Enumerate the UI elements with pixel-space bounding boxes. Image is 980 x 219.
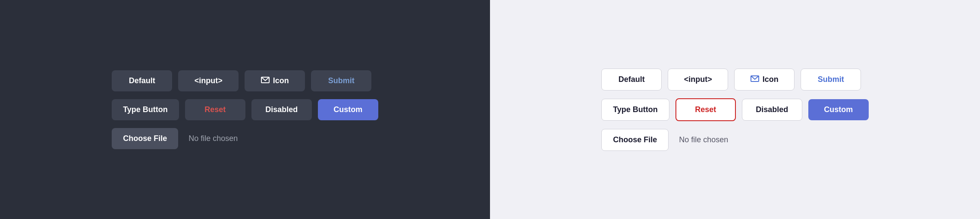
light-input-button[interactable]: <input> — [668, 69, 728, 91]
dark-default-button[interactable]: Default — [112, 70, 172, 91]
envelope-icon — [261, 76, 270, 85]
light-default-button[interactable]: Default — [601, 69, 662, 91]
dark-submit-button[interactable]: Submit — [311, 70, 371, 91]
light-reset-button[interactable]: Reset — [675, 98, 736, 121]
light-row-3: Choose File No file chosen — [601, 129, 728, 151]
light-row-1: Default <input> Icon Submit — [601, 69, 861, 91]
dark-row-2: Type Button Reset Disabled Custom — [112, 99, 378, 120]
light-row-2: Type Button Reset Disabled Custom — [601, 98, 869, 121]
dark-reset-button[interactable]: Reset — [185, 99, 245, 120]
dark-buttons-grid: Default <input> Icon Submit Type Button … — [112, 70, 378, 149]
dark-icon-button[interactable]: Icon — [245, 70, 305, 91]
light-panel: Default <input> Icon Submit Type Button … — [490, 0, 980, 219]
dark-custom-button[interactable]: Custom — [318, 99, 378, 120]
dark-no-file-label: No file chosen — [188, 134, 238, 143]
dark-panel: Default <input> Icon Submit Type Button … — [0, 0, 490, 219]
light-typebutton-button[interactable]: Type Button — [601, 99, 669, 121]
dark-row-3: Choose File No file chosen — [112, 128, 238, 149]
dark-row-1: Default <input> Icon Submit — [112, 70, 371, 91]
light-no-file-label: No file chosen — [679, 135, 728, 144]
dark-icon-button-label: Icon — [273, 76, 289, 85]
dark-choose-file-button[interactable]: Choose File — [112, 128, 178, 149]
light-disabled-button[interactable]: Disabled — [742, 99, 802, 121]
light-submit-button[interactable]: Submit — [801, 69, 861, 91]
light-icon-button-label: Icon — [763, 75, 779, 84]
light-buttons-grid: Default <input> Icon Submit Type Button … — [601, 69, 869, 151]
dark-typebutton-button[interactable]: Type Button — [112, 99, 179, 120]
dark-input-button[interactable]: <input> — [178, 70, 239, 91]
light-custom-button[interactable]: Custom — [808, 99, 869, 120]
dark-disabled-button[interactable]: Disabled — [251, 99, 312, 120]
light-icon-button[interactable]: Icon — [734, 69, 795, 91]
envelope-icon-light — [751, 75, 759, 84]
light-choose-file-button[interactable]: Choose File — [601, 129, 669, 151]
